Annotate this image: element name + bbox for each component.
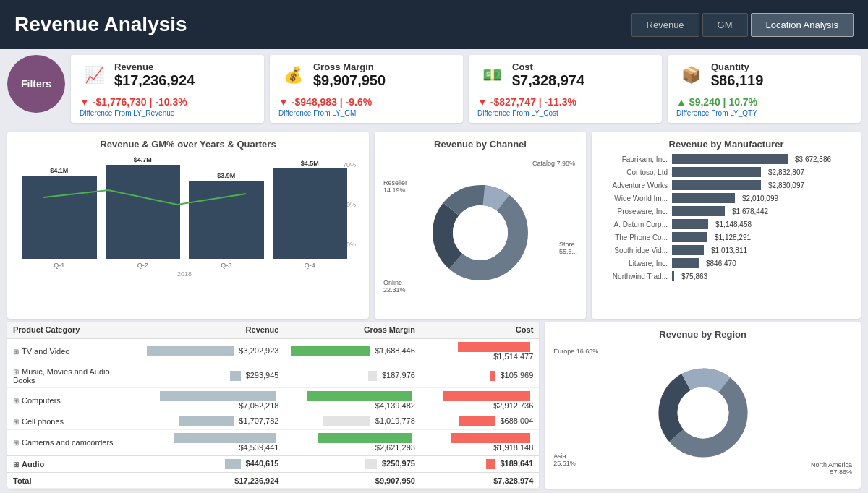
mfr-value-7: $1,013,811 xyxy=(711,246,747,254)
col-cost: Cost xyxy=(421,322,539,338)
mfr-row-3: Wide World Im... $2,010,099 xyxy=(599,193,854,203)
cell-cost: $2,912,736 xyxy=(421,387,539,413)
col-category: Product Category xyxy=(7,322,137,338)
mfr-name-5: A. Datum Corp... xyxy=(599,220,668,228)
region-donut-svg xyxy=(649,362,757,463)
kpi-qty-value: $86,119 xyxy=(711,72,763,89)
mfr-row-8: Litware, Inc. $846,470 xyxy=(599,258,854,268)
down-arrow-icon: ▼ xyxy=(80,96,90,108)
region-chart-card: Revenue by Region Europe 16.63% Asia25.5… xyxy=(545,322,861,489)
mfr-row-6: The Phone Co... $1,128,291 xyxy=(599,232,854,242)
bar-q4: $4.5M xyxy=(273,160,348,259)
cell-gm: $4,139,482 xyxy=(284,387,420,413)
region-label-asia: Asia25.51% xyxy=(553,453,576,467)
svg-point-4 xyxy=(453,205,508,260)
mfr-bar-4 xyxy=(672,206,725,216)
mfr-name-9: Northwind Trad... xyxy=(599,273,668,280)
bar-q1: $4.1M xyxy=(22,167,97,259)
mfr-value-1: $2,832,807 xyxy=(768,168,804,176)
filters-button[interactable]: Filters xyxy=(7,55,65,113)
cell-cost: $1,918,148 xyxy=(421,429,539,455)
cell-revenue: $1,707,782 xyxy=(137,413,284,429)
mfr-name-6: The Phone Co... xyxy=(599,233,668,241)
channel-donut-svg xyxy=(426,179,535,287)
kpi-gm-change: ▼ -$948,983 | -9.6% xyxy=(278,96,454,108)
cell-category: ⊞Cameras and camcorders xyxy=(7,429,137,455)
mfr-bar-2 xyxy=(672,180,761,190)
tab-location-analysis[interactable]: Location Analysis xyxy=(751,13,854,37)
table-row: ⊞Cameras and camcorders $4,539,441 $2,62… xyxy=(7,429,539,455)
bar-q1-value: $4.1M xyxy=(50,167,68,174)
quantity-icon: 📦 xyxy=(676,61,705,90)
mfr-name-1: Contoso, Ltd xyxy=(599,168,668,176)
kpi-revenue-label: Difference From LY_Revenue xyxy=(80,109,255,117)
bar-q3: $3.9M xyxy=(189,172,264,259)
cell-gm: $1,019,778 xyxy=(284,413,420,429)
tab-gm[interactable]: GM xyxy=(702,13,748,37)
kpi-gm-value: $9,907,950 xyxy=(313,72,386,89)
x-label-q2: Q-2 xyxy=(106,262,181,269)
mfr-name-8: Litware, Inc. xyxy=(599,260,668,267)
table-row: ⊞Audio $440,615 $250,975 $189,641 xyxy=(7,455,539,473)
kpi-revenue-title: Revenue xyxy=(114,61,195,72)
total-gm: $9,907,950 xyxy=(284,473,420,489)
channel-label-catalog: Catalog 7.98% xyxy=(532,160,575,167)
table-row: ⊞Music, Movies and Audio Books $293,945 … xyxy=(7,364,539,387)
mfr-name-4: Proseware, Inc. xyxy=(599,207,668,215)
page: Revenue Analysis Revenue GM Location Ana… xyxy=(0,0,868,493)
kpi-gm-title: Gross Margin xyxy=(313,61,386,72)
region-label-europe: Europe 16.63% xyxy=(553,348,598,355)
page-title: Revenue Analysis xyxy=(14,13,187,36)
manufacturer-chart-title: Revenue by Manufacturer xyxy=(599,139,854,150)
cell-revenue: $293,945 xyxy=(137,364,284,387)
x-label-q4: Q-4 xyxy=(273,262,348,269)
mfr-bar-6 xyxy=(672,232,707,242)
mfr-bar-5 xyxy=(672,219,708,229)
manufacturer-list: Fabrikam, Inc. $3,672,586 Contoso, Ltd $… xyxy=(599,154,854,281)
bar-chart-card: Revenue & GM% over Years & Quarters 70% … xyxy=(7,132,369,319)
channel-label-store: Store55.5... xyxy=(559,241,577,255)
kpi-cost-change: ▼ -$827,747 | -11.3% xyxy=(477,96,653,108)
svg-point-8 xyxy=(677,387,728,438)
mfr-row-7: Southridge Vid... $1,013,811 xyxy=(599,245,854,255)
mfr-row-1: Contoso, Ltd $2,832,807 xyxy=(599,167,854,177)
cell-cost: $688,004 xyxy=(421,413,539,429)
bar-q4-value: $4.5M xyxy=(301,160,319,167)
bottom-row: Product Category Revenue Gross Margin Co… xyxy=(0,322,868,493)
bar-chart-year: 2018 xyxy=(22,270,347,278)
header: Revenue Analysis Revenue GM Location Ana… xyxy=(0,0,868,49)
bar-q2: $4.7M xyxy=(106,156,181,259)
mfr-row-4: Proseware, Inc. $1,678,442 xyxy=(599,206,854,216)
cost-icon: 💵 xyxy=(477,61,506,90)
cell-cost: $189,641 xyxy=(421,455,539,473)
mfr-bar-0 xyxy=(672,154,788,164)
kpi-cost: 💵 Cost $7,328,974 ▼ -$827,747 | -11.3% D… xyxy=(469,55,662,123)
table-row: ⊞TV and Video $3,202,923 $1,688,446 $1,5… xyxy=(7,338,539,364)
region-chart-title: Revenue by Region xyxy=(552,329,854,340)
up-arrow-icon: ▲ xyxy=(676,96,686,108)
total-label: Total xyxy=(7,473,137,489)
cell-revenue: $7,052,218 xyxy=(137,387,284,413)
kpi-revenue-value: $17,236,924 xyxy=(114,72,195,89)
cell-category: ⊞Audio xyxy=(7,455,137,473)
mfr-row-9: Northwind Trad... $75,863 xyxy=(599,271,854,281)
kpi-gm-label: Difference From LY_GM xyxy=(278,109,454,117)
cell-revenue: $440,615 xyxy=(137,455,284,473)
tab-revenue[interactable]: Revenue xyxy=(631,13,699,37)
mfr-row-2: Adventure Works $2,830,097 xyxy=(599,180,854,190)
kpi-qty-title: Quantity xyxy=(711,61,763,72)
kpi-qty-label: Difference From LY_QTY xyxy=(676,109,852,117)
mfr-name-0: Fabrikam, Inc. xyxy=(599,155,668,163)
cell-revenue: $4,539,441 xyxy=(137,429,284,455)
mfr-bar-3 xyxy=(672,193,735,203)
cell-cost: $1,514,477 xyxy=(421,338,539,364)
revenue-icon: 📈 xyxy=(80,61,109,90)
manufacturer-chart-card: Revenue by Manufacturer Fabrikam, Inc. $… xyxy=(592,132,861,319)
total-revenue: $17,236,924 xyxy=(137,473,284,489)
cell-gm: $2,621,293 xyxy=(284,429,420,455)
down-arrow-icon-2: ▼ xyxy=(278,96,289,108)
kpi-qty-change: ▲ $9,240 | 10.7% xyxy=(676,96,852,108)
mfr-value-3: $2,010,099 xyxy=(742,194,778,202)
cell-category: ⊞TV and Video xyxy=(7,338,137,364)
x-label-q1: Q-1 xyxy=(22,262,97,269)
